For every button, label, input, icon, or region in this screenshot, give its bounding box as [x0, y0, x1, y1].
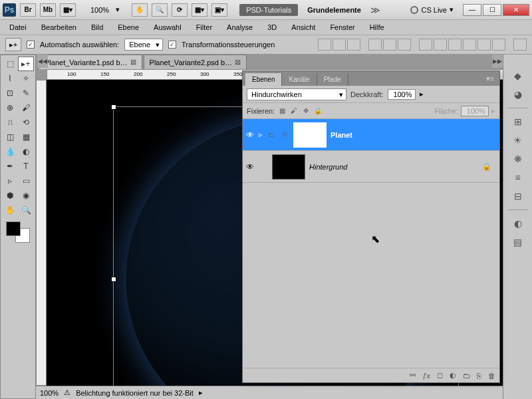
auto-select-dropdown[interactable]: Ebene — [124, 39, 163, 51]
align-icon[interactable] — [318, 39, 331, 51]
auto-select-checkbox[interactable]: ✓ — [27, 41, 35, 49]
tab-variante2[interactable]: Planet_Variante2.psd b…⊠ — [144, 55, 247, 69]
move-tool[interactable]: ▸+ — [18, 57, 34, 71]
menu-auswahl[interactable]: Auswahl — [147, 21, 188, 33]
collapse-left-icon[interactable]: ◀◀ — [37, 55, 48, 68]
blend-mode-dropdown[interactable]: Hindurchwirken — [247, 88, 346, 100]
workspace-psdtutorials[interactable]: PSD-Tutorials — [239, 4, 298, 16]
minibridge-button[interactable]: Mb — [40, 3, 56, 17]
view-extras-button[interactable]: ▦▾ — [60, 3, 76, 17]
mask-thumbnail[interactable] — [293, 122, 327, 148]
new-layer-icon[interactable]: ⎘ — [477, 372, 481, 380]
layer-name[interactable]: Planet — [331, 131, 352, 139]
workspace-grundelemente[interactable]: Grundelemente — [302, 4, 366, 16]
eyedropper-tool[interactable]: ✎ — [18, 86, 34, 100]
distribute-icon[interactable] — [477, 39, 491, 51]
collapse-right-icon[interactable]: ▶▶ — [492, 55, 503, 68]
menu-analyse[interactable]: Analyse — [220, 21, 259, 33]
close-tab-icon[interactable]: ⊠ — [130, 58, 136, 66]
workspace-more-icon[interactable]: ≫ — [370, 5, 380, 15]
layer-planet[interactable]: 👁 ▹ 🗀 ⎘ Planet — [243, 119, 499, 151]
layer-mask-icon[interactable]: ◻ — [437, 371, 443, 380]
close-button[interactable]: ✕ — [503, 4, 529, 16]
layer-name[interactable]: Hintergrund — [309, 163, 347, 171]
group-icon[interactable]: 🗀 — [463, 372, 470, 380]
transform-checkbox[interactable]: ✓ — [168, 41, 176, 49]
lock-all-icon[interactable]: 🔒 — [313, 106, 323, 116]
zoom-tool-icon[interactable]: 🔍 — [152, 3, 168, 17]
delete-layer-icon[interactable]: 🗑 — [488, 372, 495, 380]
opacity-input[interactable]: 100% — [388, 89, 416, 100]
wand-tool[interactable]: ✧ — [18, 71, 34, 86]
path-select-tool[interactable]: ▹ — [2, 174, 18, 188]
dodge-tool[interactable]: ◐ — [18, 144, 34, 159]
screenmode-icon[interactable]: ▣▾ — [211, 3, 227, 17]
layer-thumbnail[interactable] — [272, 154, 305, 180]
history-panel-icon[interactable]: ▤ — [509, 234, 527, 250]
transform-handle[interactable] — [111, 277, 116, 282]
distribute-icon[interactable] — [463, 39, 476, 51]
distribute-icon[interactable] — [419, 39, 432, 51]
paths-panel-icon[interactable]: ⊟ — [509, 188, 527, 204]
foreground-swatch[interactable] — [6, 221, 21, 236]
align-icon[interactable] — [383, 39, 396, 51]
align-icon[interactable] — [398, 39, 411, 51]
color-swatches[interactable] — [6, 221, 30, 243]
distribute-icon[interactable] — [448, 39, 462, 51]
distribute-icon[interactable] — [434, 39, 447, 51]
3d-tool[interactable]: ⬢ — [2, 188, 18, 203]
lock-pixels-icon[interactable]: 🖌 — [289, 106, 299, 116]
arrange-icon[interactable]: ▦▾ — [192, 3, 207, 17]
layer-style-icon[interactable]: ƒx — [422, 372, 430, 380]
align-icon[interactable] — [368, 39, 382, 51]
styles-panel-icon[interactable]: ⊞ — [509, 114, 527, 130]
menu-hilfe[interactable]: Hilfe — [363, 21, 391, 33]
cslive-button[interactable]: CS Live▾ — [410, 5, 454, 14]
minimize-button[interactable]: — — [463, 4, 481, 16]
visibility-icon[interactable]: 👁 — [245, 130, 255, 140]
transform-handle[interactable] — [111, 104, 116, 110]
panel-menu-icon[interactable]: ▾≡ — [481, 72, 499, 86]
history-brush-tool[interactable]: ⟲ — [18, 115, 34, 130]
3d-camera-tool[interactable]: ◉ — [18, 188, 34, 203]
crop-tool[interactable]: ⊡ — [2, 86, 18, 100]
layer-hintergrund[interactable]: 👁 Hintergrund 🔒 — [243, 151, 499, 183]
channels-panel-icon[interactable]: ≡ — [509, 170, 527, 186]
marquee-tool[interactable]: ⬚ — [2, 57, 18, 71]
align-icon[interactable] — [347, 39, 360, 51]
link-layers-icon[interactable]: ⚯ — [410, 371, 416, 380]
visibility-icon[interactable]: 👁 — [245, 162, 255, 172]
auto-align-icon[interactable] — [513, 39, 527, 51]
heal-tool[interactable]: ⊕ — [2, 100, 18, 115]
menu-ebene[interactable]: Ebene — [111, 21, 146, 33]
opacity-slider-icon[interactable]: ▸ — [420, 90, 424, 98]
menu-bild[interactable]: Bild — [84, 21, 110, 33]
brush-tool[interactable]: 🖌 — [18, 100, 34, 115]
stamp-tool[interactable]: ⎍ — [2, 115, 18, 130]
zoom-tool[interactable]: 🔍 — [18, 203, 34, 217]
gradient-tool[interactable]: ▦ — [18, 130, 34, 144]
pen-tool[interactable]: ✒ — [2, 159, 18, 174]
lock-transparency-icon[interactable]: ▦ — [277, 106, 287, 116]
tab-variante1[interactable]: Planet_Variante1.psd b…⊠ — [39, 55, 142, 69]
menu-3d[interactable]: 3D — [261, 21, 283, 33]
color-panel-icon[interactable]: ◕ — [509, 86, 527, 102]
blur-tool[interactable]: 💧 — [2, 144, 18, 159]
adjustments-panel-icon[interactable]: ☀ — [509, 132, 527, 148]
tab-kanaele[interactable]: Kanäle — [282, 73, 317, 86]
align-icon[interactable] — [332, 39, 346, 51]
layers-panel-icon[interactable]: ◐ — [509, 215, 527, 231]
hand-tool-icon[interactable]: ✋ — [132, 3, 148, 17]
menu-datei[interactable]: Datei — [3, 21, 33, 33]
menu-ansicht[interactable]: Ansicht — [285, 21, 322, 33]
menu-bearbeiten[interactable]: Bearbeiten — [35, 21, 83, 33]
lasso-tool[interactable]: ⌇ — [2, 71, 18, 86]
close-tab-icon[interactable]: ⊠ — [235, 58, 241, 66]
menu-filter[interactable]: Filter — [190, 21, 219, 33]
lock-position-icon[interactable]: ✥ — [301, 106, 311, 116]
move-tool-indicator[interactable]: ▸+ — [5, 38, 21, 51]
expand-icon[interactable]: ▹ — [259, 130, 263, 139]
tab-pfade[interactable]: Pfade — [317, 73, 348, 86]
masks-panel-icon[interactable]: ❋ — [509, 151, 527, 167]
status-zoom[interactable]: 100% — [40, 389, 59, 397]
